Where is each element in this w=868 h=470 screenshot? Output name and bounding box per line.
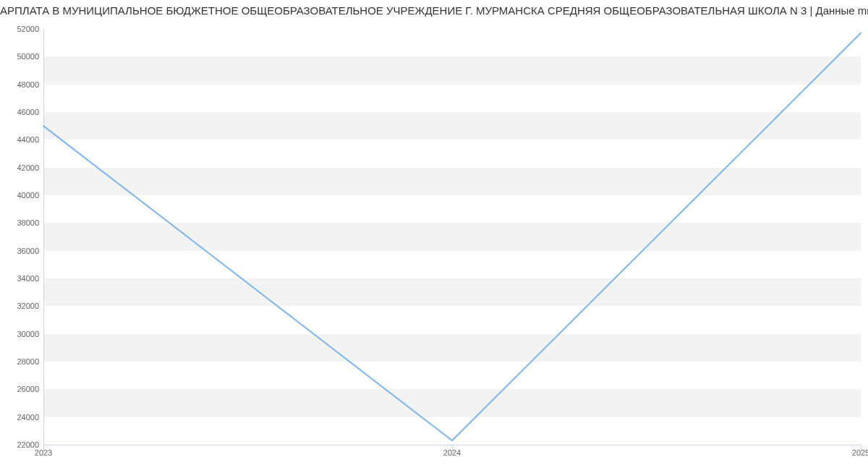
y-tick-label: 48000 [17,80,39,89]
y-tick-label: 28000 [17,357,39,366]
y-tick-label: 38000 [17,218,39,227]
chart-title: АРПЛАТА В МУНИЦИПАЛЬНОЕ БЮДЖЕТНОЕ ОБЩЕОБ… [0,4,868,17]
x-tick-mark [861,445,861,450]
y-tick-label: 26000 [17,385,39,393]
x-tick-mark [43,445,44,450]
y-tick-label: 50000 [17,52,39,61]
y-tick-label: 30000 [17,330,39,338]
series-line [43,33,861,441]
line-layer [43,29,861,445]
y-tick-label: 40000 [17,191,39,200]
y-tick-label: 42000 [17,163,39,172]
y-tick-label: 44000 [17,135,39,144]
chart-container: АРПЛАТА В МУНИЦИПАЛЬНОЕ БЮДЖЕТНОЕ ОБЩЕОБ… [0,0,868,470]
y-tick-label: 34000 [17,274,39,283]
x-tick-mark [452,445,453,450]
y-tick-label: 52000 [17,25,39,33]
x-tick-label: 2025 [852,448,868,457]
y-tick-label: 46000 [17,108,39,116]
y-tick-label: 36000 [17,247,39,255]
y-tick-label: 32000 [17,302,39,310]
y-tick-label: 24000 [17,413,39,422]
